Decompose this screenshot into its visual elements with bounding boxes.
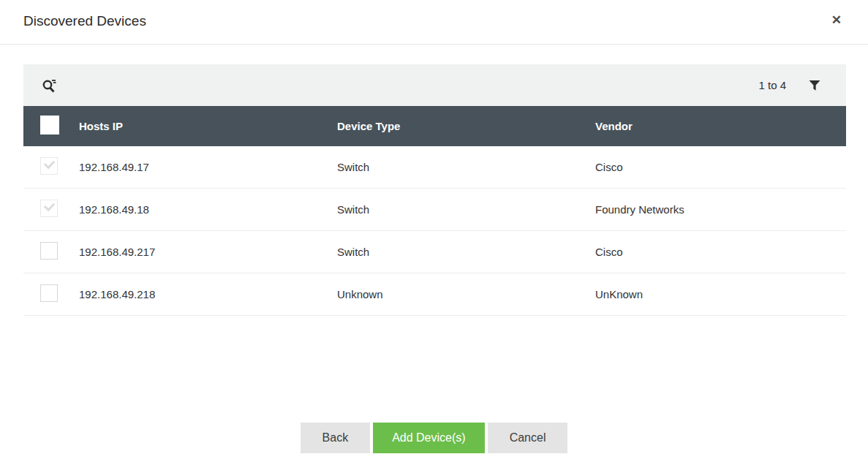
row-checkbox xyxy=(40,200,58,217)
column-header-vendor: Vendor xyxy=(595,120,846,132)
table-header-row: Hosts IP Device Type Vendor xyxy=(23,106,846,146)
cell-host-ip: 192.168.49.17 xyxy=(79,161,337,173)
page-title: Discovered Devices xyxy=(23,13,146,29)
cell-vendor: Foundry Networks xyxy=(595,203,846,216)
row-checkbox-cell xyxy=(23,242,79,262)
cell-vendor: Cisco xyxy=(595,161,846,173)
cell-vendor: UnKnown xyxy=(595,288,846,300)
table-row: 192.168.49.217 Switch Cisco xyxy=(23,231,846,273)
cell-host-ip: 192.168.49.18 xyxy=(79,203,337,216)
table-row: 192.168.49.17 Switch Cisco xyxy=(23,146,846,189)
devices-table: Hosts IP Device Type Vendor 192.168.49.1… xyxy=(23,106,846,316)
back-button[interactable]: Back xyxy=(301,423,371,453)
select-all-checkbox[interactable] xyxy=(40,116,59,135)
row-checkbox[interactable] xyxy=(40,284,58,302)
row-checkbox-cell xyxy=(23,284,79,304)
search-icon[interactable] xyxy=(40,77,58,94)
cell-host-ip: 192.168.49.217 xyxy=(79,246,337,258)
cell-host-ip: 192.168.49.218 xyxy=(79,288,337,300)
row-checkbox xyxy=(40,157,58,175)
filter-icon[interactable] xyxy=(808,79,821,92)
cancel-button[interactable]: Cancel xyxy=(488,423,568,453)
pagination-range: 1 to 4 xyxy=(758,79,786,91)
add-devices-button[interactable]: Add Device(s) xyxy=(373,423,484,453)
cell-vendor: Cisco xyxy=(595,246,846,258)
table-row: 192.168.49.218 Unknown UnKnown xyxy=(23,273,846,316)
column-header-hosts-ip: Hosts IP xyxy=(79,120,337,132)
dialog-footer: Back Add Device(s) Cancel xyxy=(0,423,868,453)
discovered-devices-dialog: Discovered Devices ✕ 1 to 4 Hosts IP Dev xyxy=(0,0,868,473)
cell-device-type: Unknown xyxy=(337,288,595,300)
table-toolbar: 1 to 4 xyxy=(23,64,846,106)
cell-device-type: Switch xyxy=(337,203,595,216)
row-checkbox-cell xyxy=(23,157,79,177)
table-row: 192.168.49.18 Switch Foundry Networks xyxy=(23,189,846,231)
column-header-device-type: Device Type xyxy=(337,120,595,132)
row-checkbox[interactable] xyxy=(40,242,58,260)
cell-device-type: Switch xyxy=(337,161,595,173)
table-body: 192.168.49.17 Switch Cisco 192.168.49.18… xyxy=(23,146,846,316)
close-icon[interactable]: ✕ xyxy=(831,14,842,26)
dialog-titlebar: Discovered Devices ✕ xyxy=(0,0,868,45)
cell-device-type: Switch xyxy=(337,246,595,258)
header-checkbox-cell xyxy=(23,116,79,137)
row-checkbox-cell xyxy=(23,200,79,219)
